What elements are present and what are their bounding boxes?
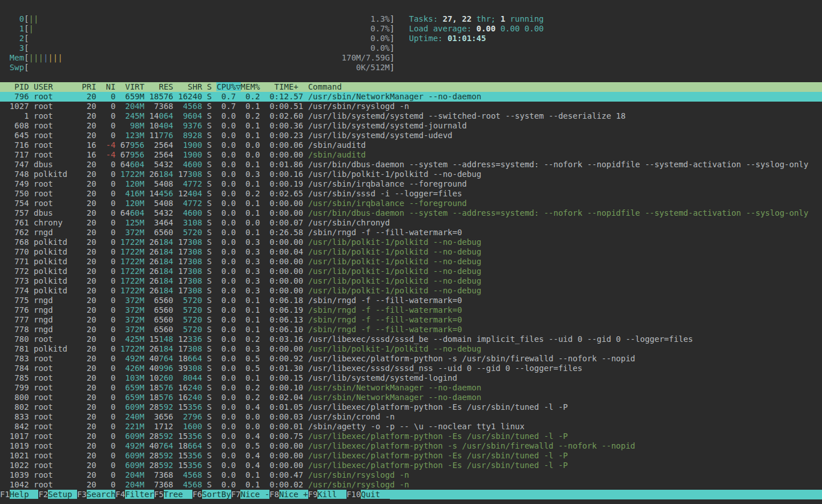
process-row[interactable]: 773 polkitd 20 0 1722M 26184 17308 S 0.0… xyxy=(0,276,822,286)
process-row[interactable]: 716 root 16 -4 67956 2564 1900 S 0.0 0.0… xyxy=(0,140,822,150)
cell-res: 40764 xyxy=(149,441,173,450)
column-header-ni[interactable]: NI xyxy=(101,82,115,91)
column-header-virt[interactable]: VIRT xyxy=(120,82,144,91)
process-row[interactable]: 802 root 20 0 609M 28592 15356 S 0.0 0.4… xyxy=(0,402,822,412)
process-row[interactable]: 771 polkitd 20 0 1722M 26184 17308 S 0.0… xyxy=(0,257,822,267)
process-row[interactable]: 775 rngd 20 0 372M 6560 5720 S 0.0 0.1 0… xyxy=(0,296,822,305)
process-row[interactable]: 842 root 20 0 221M 1712 1600 S 0.0 0.0 0… xyxy=(0,422,822,432)
cell-ni: 0 xyxy=(101,480,115,489)
process-row[interactable]: 770 polkitd 20 0 1722M 26184 17308 S 0.0… xyxy=(0,247,822,257)
process-row[interactable]: 1022 root 20 0 609M 28592 15356 S 0.0 0.… xyxy=(0,461,822,470)
process-row[interactable]: 785 root 20 0 103M 10260 8044 S 0.0 0.1 … xyxy=(0,373,822,383)
process-row[interactable]: 783 root 20 0 492M 40764 18664 S 0.0 0.5… xyxy=(0,354,822,364)
fnkey-number: F8 xyxy=(269,490,279,499)
fnkey-sortby[interactable]: F6SortBy xyxy=(192,490,231,499)
cell-mem-percent: 0.2 xyxy=(241,189,260,198)
process-row[interactable]: 762 rngd 20 0 372M 6560 5720 S 0.0 0.1 0… xyxy=(0,228,822,237)
cell-ni: 0 xyxy=(101,432,115,441)
cell-pid: 774 xyxy=(0,286,29,295)
cell-shr: 4600 xyxy=(178,160,202,169)
column-header-state[interactable]: S xyxy=(207,82,212,91)
process-row[interactable]: 1 root 20 0 245M 14064 9604 S 0.0 0.2 0:… xyxy=(0,111,822,121)
process-row[interactable]: 1042 root 20 0 204M 7368 4568 S 0.0 0.1 … xyxy=(0,480,822,490)
process-row[interactable]: 768 polkitd 20 0 1722M 26184 17308 S 0.0… xyxy=(0,237,822,247)
process-row[interactable]: 777 rngd 20 0 372M 6560 5720 S 0.0 0.1 0… xyxy=(0,315,822,325)
cell-pri: 20 xyxy=(82,305,96,315)
fnkey-label: Quit xyxy=(361,490,390,499)
cell-cpu-percent: 0.7 xyxy=(216,102,236,111)
process-row[interactable]: 749 root 20 0 120M 5408 4772 S 0.0 0.1 0… xyxy=(0,179,822,189)
cell-pri: 20 xyxy=(82,354,96,363)
column-header-pri[interactable]: PRI xyxy=(82,82,96,91)
cell-user: root xyxy=(34,111,77,120)
process-row[interactable]: 800 root 20 0 659M 18576 16240 S 0.0 0.2… xyxy=(0,393,822,402)
process-row[interactable]: 796 root 20 0 659M 18576 16240 S 0.7 0.2… xyxy=(0,92,822,102)
process-row[interactable]: 757 dbus 20 0 64604 5432 4600 S 0.0 0.1 … xyxy=(0,208,822,218)
fnkey-filter[interactable]: F4Filter xyxy=(115,490,154,499)
cell-shr: 17308 xyxy=(178,170,202,179)
cell-virt: 67956 xyxy=(120,150,144,159)
column-header-command[interactable]: Command xyxy=(308,82,342,91)
process-row[interactable]: 1039 root 20 0 204M 7368 4568 S 0.0 0.1 … xyxy=(0,470,822,480)
process-row[interactable]: 781 polkitd 20 0 1722M 26184 17308 S 0.0… xyxy=(0,344,822,354)
column-header-pid[interactable]: PID xyxy=(0,82,29,91)
cell-res: 40764 xyxy=(149,354,173,363)
cell-cpu-percent: 0.0 xyxy=(216,170,236,179)
column-header-cpu-sorted[interactable]: CPU%▽ xyxy=(216,82,240,91)
cell-cpu-percent: 0.0 xyxy=(216,383,236,392)
cell-command: /sbin/agetty -o -p -- \u --noclear tty1 … xyxy=(308,422,525,431)
process-row[interactable]: 754 root 20 0 120M 5408 4772 S 0.0 0.1 0… xyxy=(0,199,822,208)
cell-command: /usr/sbin/NetworkManager --no-daemon xyxy=(308,92,481,101)
process-row[interactable]: 1027 root 20 0 204M 7368 4568 S 0.7 0.1 … xyxy=(0,102,822,111)
process-row[interactable]: 780 root 20 0 425M 15148 12336 S 0.0 0.2… xyxy=(0,334,822,344)
memory-meter: Mem[||||||| 170M/7.59G] xyxy=(0,53,822,63)
cell-virt: 425M xyxy=(120,334,144,344)
cell-time: 0:00.00 xyxy=(265,237,303,247)
process-row[interactable]: 750 root 20 0 416M 14456 12404 S 0.0 0.2… xyxy=(0,189,822,199)
cell-res: 26184 xyxy=(149,257,173,266)
process-row[interactable]: 784 root 20 0 426M 40996 39308 S 0.0 0.5… xyxy=(0,364,822,373)
column-header-time[interactable]: TIME+ xyxy=(265,82,303,91)
cell-ni: 0 xyxy=(101,296,115,305)
process-row[interactable]: 1017 root 20 0 609M 28592 15356 S 0.0 0.… xyxy=(0,432,822,441)
fnkey-search[interactable]: F3Search xyxy=(77,490,115,499)
process-row[interactable]: 799 root 20 0 659M 18576 16240 S 0.0 0.2… xyxy=(0,383,822,393)
cell-shr: 1600 xyxy=(178,422,202,431)
cpu-meter-3: 3[ 0.0%] xyxy=(0,43,822,53)
fnkey-quit[interactable]: F10Quit xyxy=(346,490,390,499)
cell-state: S xyxy=(207,305,212,315)
load-average: Load average: 0.00 0.00 0.00 xyxy=(409,24,544,33)
cell-res: 28592 xyxy=(149,432,173,441)
cell-pri: 20 xyxy=(82,189,96,198)
cell-ni: 0 xyxy=(101,267,115,276)
fnkey-setup[interactable]: F2Setup xyxy=(38,490,76,499)
process-row[interactable]: 776 rngd 20 0 372M 6560 5720 S 0.0 0.1 0… xyxy=(0,305,822,315)
process-row[interactable]: 645 root 20 0 123M 11776 8928 S 0.0 0.1 … xyxy=(0,131,822,140)
cell-ni: 0 xyxy=(101,470,115,479)
fnkey-tree[interactable]: F5Tree xyxy=(154,490,192,499)
process-row[interactable]: 778 rngd 20 0 372M 6560 5720 S 0.0 0.1 0… xyxy=(0,325,822,334)
column-header-user[interactable]: USER xyxy=(34,82,77,91)
process-row[interactable]: 774 polkitd 20 0 1722M 26184 17308 S 0.0… xyxy=(0,286,822,296)
cell-state: S xyxy=(207,373,212,382)
process-row[interactable]: 717 root 16 -4 67956 2564 1900 S 0.0 0.0… xyxy=(0,150,822,160)
process-row[interactable]: 747 dbus 20 0 64604 5432 4600 S 0.0 0.1 … xyxy=(0,160,822,170)
column-header-res[interactable]: RES xyxy=(149,82,173,91)
fnkey-help[interactable]: F1Help xyxy=(0,490,38,499)
process-row[interactable]: 833 root 20 0 240M 3656 2796 S 0.0 0.0 0… xyxy=(0,412,822,422)
fnkey-kill[interactable]: F9Kill xyxy=(308,490,346,499)
fnkey-nice-[interactable]: F8Nice + xyxy=(269,490,308,499)
process-row[interactable]: 772 polkitd 20 0 1722M 26184 17308 S 0.0… xyxy=(0,267,822,276)
process-row[interactable]: 1021 root 20 0 609M 28592 15356 S 0.0 0.… xyxy=(0,451,822,461)
column-header-mem[interactable]: MEM% xyxy=(241,82,260,91)
cell-virt: 372M xyxy=(120,315,144,324)
cell-user: root xyxy=(34,102,77,111)
process-row[interactable]: 1019 root 20 0 492M 40764 18664 S 0.0 0.… xyxy=(0,441,822,451)
process-row[interactable]: 748 polkitd 20 0 1722M 26184 17308 S 0.0… xyxy=(0,170,822,179)
fnkey-nice-[interactable]: F7Nice - xyxy=(231,490,269,499)
process-row[interactable]: 761 chrony 20 0 125M 3464 3108 S 0.0 0.0… xyxy=(0,218,822,228)
cell-pri: 20 xyxy=(82,237,96,247)
column-header-shr[interactable]: SHR xyxy=(178,82,202,91)
cell-mem-percent: 0.2 xyxy=(241,393,260,402)
process-row[interactable]: 608 root 20 0 98M 10404 9376 S 0.0 0.1 0… xyxy=(0,121,822,131)
